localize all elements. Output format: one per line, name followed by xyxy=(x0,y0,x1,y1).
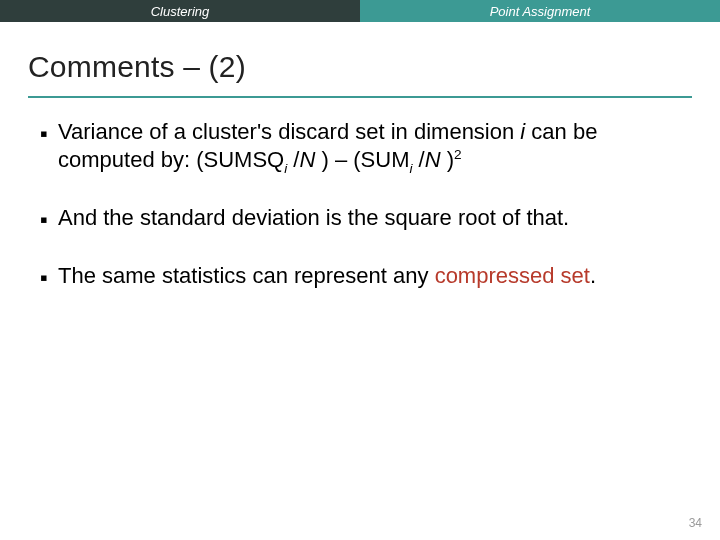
b1-sup: 2 xyxy=(454,147,462,162)
b1-lead: Variance of a cluster's discard set in d… xyxy=(58,119,520,144)
bullet-3-text: The same statistics can represent any co… xyxy=(58,262,680,290)
b1-paren-sum: ) – (SUM xyxy=(315,147,409,172)
content: ▪ Variance of a cluster's discard set in… xyxy=(0,98,720,291)
bullet-3: ▪ The same statistics can represent any … xyxy=(40,262,680,292)
topbar: Clustering Point Assignment xyxy=(0,0,720,22)
bullet-2-text: And the standard deviation is the square… xyxy=(58,204,680,232)
slide: Clustering Point Assignment Comments – (… xyxy=(0,0,720,540)
tab-point-assignment: Point Assignment xyxy=(360,0,720,22)
b3-a: The same statistics can represent any xyxy=(58,263,435,288)
b1-close: ) xyxy=(441,147,454,172)
b3-red2: set xyxy=(561,263,590,288)
bullet-marker-icon: ▪ xyxy=(40,206,58,234)
bullet-1: ▪ Variance of a cluster's discard set in… xyxy=(40,118,680,176)
b3-c: . xyxy=(590,263,596,288)
page-number: 34 xyxy=(689,516,702,530)
b1-n2: N xyxy=(425,147,441,172)
title-wrap: Comments – (2) xyxy=(0,22,720,90)
bullet-1-text: Variance of a cluster's discard set in d… xyxy=(58,118,680,176)
bullet-marker-icon: ▪ xyxy=(40,120,58,148)
page-title: Comments – (2) xyxy=(28,50,692,84)
b1-slash2: / xyxy=(413,147,425,172)
b1-slash1: / xyxy=(287,147,299,172)
bullet-marker-icon: ▪ xyxy=(40,264,58,292)
b3-red1: compressed xyxy=(435,263,555,288)
tab-clustering: Clustering xyxy=(0,0,360,22)
b1-n1: N xyxy=(299,147,315,172)
bullet-2: ▪ And the standard deviation is the squa… xyxy=(40,204,680,234)
